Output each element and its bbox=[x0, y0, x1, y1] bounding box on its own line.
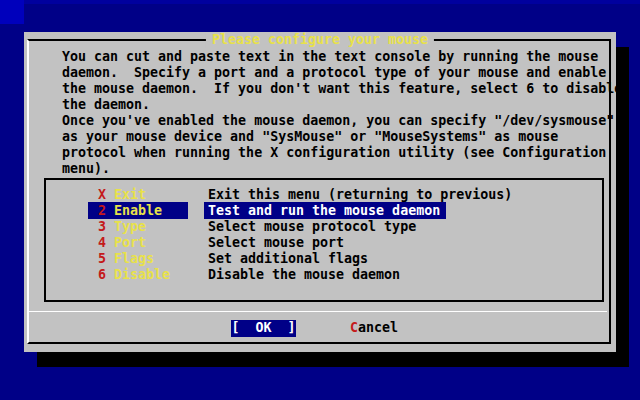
menu-item-label: Disable bbox=[114, 267, 170, 283]
menu-item-hotkey: 4 bbox=[98, 235, 106, 251]
menu-item-port[interactable]: 4 Port Select mouse port bbox=[46, 235, 598, 251]
menu-item-hotkey: 5 bbox=[98, 251, 106, 267]
menu-item-flags[interactable]: 5 Flags Set additional flags bbox=[46, 251, 598, 267]
body-line-1: You can cut and paste text in the text c… bbox=[62, 49, 598, 65]
body-line-8: menu). bbox=[62, 161, 110, 177]
menu-item-hotkey: 3 bbox=[98, 219, 106, 235]
menu-item-type[interactable]: 3 Type Select mouse protocol type bbox=[46, 219, 598, 235]
menu-item-enable[interactable]: 2 Enable Test and run the mouse daemon bbox=[46, 203, 598, 219]
screen-top-strip bbox=[0, 0, 640, 4]
menu-item-description: Select mouse port bbox=[208, 235, 344, 251]
screen-corner-artifact bbox=[0, 0, 24, 24]
console-screen: Please configure your mouse You can cut … bbox=[0, 0, 640, 400]
cancel-button[interactable]: Cancel bbox=[350, 320, 398, 337]
body-line-6: as your mouse device and "SysMouse" or "… bbox=[62, 129, 558, 145]
cancel-label-rest: ancel bbox=[358, 320, 398, 335]
menu-item-hotkey: X bbox=[98, 187, 106, 203]
menu-item-description: Set additional flags bbox=[208, 251, 368, 267]
body-line-5: Once you've enabled the mouse daemon, yo… bbox=[62, 113, 614, 129]
body-line-4: the daemon. bbox=[62, 97, 150, 113]
body-line-2: daemon. Specify a port and a protocol ty… bbox=[62, 65, 606, 81]
button-separator-line bbox=[29, 311, 607, 312]
body-line-3: the mouse daemon. If you don't want this… bbox=[62, 81, 622, 97]
menu-item-description: Disable the mouse daemon bbox=[208, 267, 400, 283]
menu-item-label: Type bbox=[114, 219, 146, 235]
menu-box: X Exit Exit this menu (returning to prev… bbox=[44, 178, 604, 302]
dialog-title: Please configure your mouse bbox=[206, 32, 434, 48]
menu-item-label: Flags bbox=[114, 251, 154, 267]
menu-item-description: Select mouse protocol type bbox=[208, 219, 416, 235]
menu-item-label: Enable bbox=[114, 203, 162, 219]
mouse-config-dialog: Please configure your mouse You can cut … bbox=[24, 32, 616, 352]
menu-item-exit[interactable]: X Exit Exit this menu (returning to prev… bbox=[46, 187, 598, 203]
menu-item-label: Exit bbox=[114, 187, 146, 203]
menu-item-hotkey: 2 bbox=[98, 203, 106, 219]
menu-item-label: Port bbox=[114, 235, 146, 251]
body-line-7: protocol when running the X configuratio… bbox=[62, 145, 606, 161]
menu-item-disable[interactable]: 6 Disable Disable the mouse daemon bbox=[46, 267, 598, 283]
menu-item-description: Test and run the mouse daemon bbox=[208, 203, 440, 219]
cancel-hotkey: C bbox=[350, 320, 358, 335]
ok-button[interactable]: [ OK ] bbox=[231, 320, 296, 337]
menu-item-description: Exit this menu (returning to previous) bbox=[208, 187, 512, 203]
menu-item-hotkey: 6 bbox=[98, 267, 106, 283]
